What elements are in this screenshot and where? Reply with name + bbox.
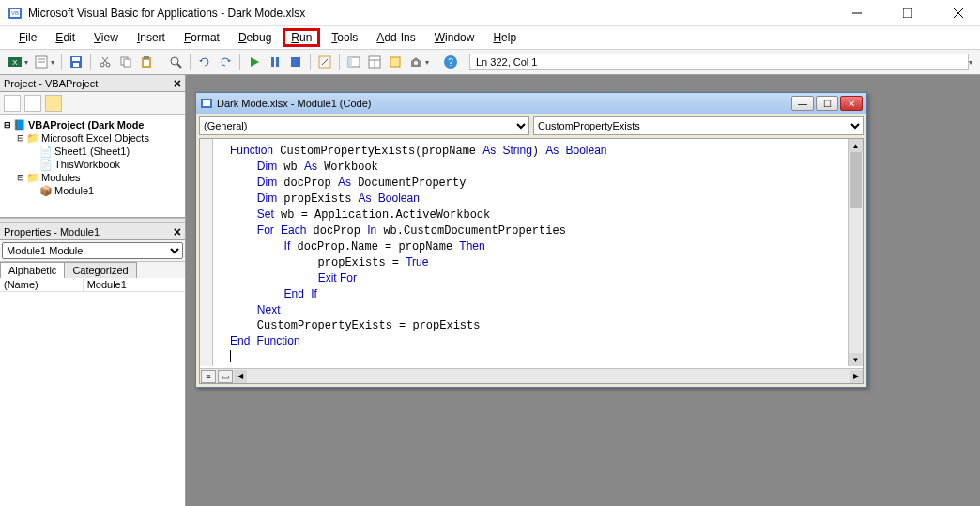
properties-object-selector: Module1 Module [0, 240, 185, 262]
view-object-icon[interactable] [24, 95, 41, 112]
svg-line-25 [177, 64, 181, 68]
svg-rect-22 [144, 56, 149, 59]
menu-insert[interactable]: Insert [130, 29, 173, 46]
svg-point-15 [100, 63, 104, 67]
menu-tools[interactable]: Tools [324, 29, 365, 46]
toolbar: X ▾ ▾ ▾ ? Ln 322, Col 1 ▾ [0, 49, 980, 75]
svg-text:?: ? [448, 57, 453, 68]
mdi-area: Dark Mode.xlsx - Module1 (Code) — ☐ ✕ (G… [186, 75, 980, 506]
scroll-left-icon[interactable]: ◀ [234, 370, 247, 383]
svg-rect-40 [203, 100, 210, 106]
vertical-scrollbar[interactable]: ▲ ▼ [848, 139, 863, 366]
menu-window[interactable]: Window [427, 29, 482, 46]
scroll-right-icon[interactable]: ▶ [850, 370, 863, 383]
code-maximize-button[interactable]: ☐ [816, 96, 838, 111]
workspace: Project - VBAProject × ⊟📘VBAProject (Dar… [0, 75, 980, 506]
dropdown-arrow-icon[interactable]: ▾ [425, 58, 429, 67]
code-window-titlebar[interactable]: Dark Mode.xlsx - Module1 (Code) — ☐ ✕ [196, 93, 866, 114]
dropdown-arrow-icon[interactable]: ▾ [51, 58, 54, 67]
sidebar: Project - VBAProject × ⊟📘VBAProject (Dar… [0, 75, 186, 506]
project-panel-title: Project - VBAProject [4, 78, 174, 89]
copy-icon[interactable] [116, 53, 135, 71]
undo-icon[interactable] [195, 53, 214, 71]
tree-label: VBAProject (Dark Mode [28, 119, 144, 130]
help-icon[interactable]: ? [441, 53, 460, 71]
window-title: Microsoft Visual Basic for Applications … [28, 7, 843, 20]
tree-sheet1[interactable]: 📄Sheet1 (Sheet1) [2, 145, 183, 158]
redo-icon[interactable] [216, 53, 235, 71]
close-button[interactable] [944, 4, 972, 23]
menu-format[interactable]: Format [176, 29, 227, 46]
pause-icon[interactable] [266, 53, 284, 71]
tree-label: Modules [41, 172, 81, 183]
object-browser-icon[interactable] [386, 53, 405, 71]
properties-grid: (Name) Module1 [0, 278, 185, 506]
property-name: (Name) [0, 278, 84, 291]
property-value[interactable]: Module1 [84, 278, 185, 291]
code-minimize-button[interactable]: — [791, 96, 814, 111]
excel-view-icon[interactable]: X [6, 53, 24, 71]
code-editor[interactable]: Function CustomPropertyExists(propName A… [200, 139, 863, 368]
svg-line-18 [102, 57, 107, 63]
find-icon[interactable] [166, 53, 185, 71]
project-panel-close-icon[interactable]: × [174, 76, 181, 91]
project-tree: ⊟📘VBAProject (Dark Mode ⊟📁Microsoft Exce… [0, 115, 185, 218]
menu-help[interactable]: Help [485, 29, 524, 46]
procedure-view-icon[interactable]: ≡ [201, 370, 216, 383]
tree-thisworkbook[interactable]: 📄ThisWorkbook [2, 158, 183, 171]
project-explorer-icon[interactable] [345, 53, 363, 71]
design-mode-icon[interactable] [315, 53, 334, 71]
scrollbar-thumb[interactable] [850, 152, 862, 208]
toggle-folders-icon[interactable] [45, 95, 62, 112]
maximize-button[interactable] [894, 4, 922, 23]
tree-modules[interactable]: ⊟📁Modules [2, 171, 183, 184]
procedure-combo[interactable]: CustomPropertyExists [533, 116, 864, 135]
object-combo[interactable]: (General) [199, 116, 529, 135]
minimize-button[interactable] [843, 4, 871, 23]
toolbox-icon[interactable] [406, 53, 425, 71]
menu-file[interactable]: File [11, 29, 44, 46]
cut-icon[interactable] [96, 53, 115, 71]
properties-panel-close-icon[interactable]: × [174, 224, 181, 239]
full-module-view-icon[interactable]: ▭ [218, 370, 233, 383]
run-icon[interactable] [245, 53, 264, 71]
menu-edit[interactable]: Edit [48, 29, 83, 46]
stop-icon[interactable] [286, 53, 305, 71]
scroll-up-icon[interactable]: ▲ [849, 139, 863, 152]
insert-module-icon[interactable] [32, 53, 51, 71]
tree-label: Module1 [54, 185, 94, 196]
menu-debug[interactable]: Debug [231, 29, 279, 46]
tree-excel-objects[interactable]: ⊟📁Microsoft Excel Objects [2, 131, 183, 145]
tab-alphabetic[interactable]: Alphabetic [0, 262, 65, 278]
svg-rect-14 [73, 63, 79, 67]
properties-object-select[interactable]: Module1 Module [2, 242, 183, 259]
cursor-position-status: Ln 322, Col 1 [469, 54, 969, 70]
project-toolbar [0, 92, 185, 115]
menu-add-ins[interactable]: Add-Ins [369, 29, 422, 46]
paste-icon[interactable] [137, 53, 156, 71]
svg-rect-20 [124, 59, 130, 67]
horizontal-scrollbar[interactable]: ≡ ▭ ◀ ▶ [200, 368, 863, 383]
code-window: Dark Mode.xlsx - Module1 (Code) — ☐ ✕ (G… [195, 92, 867, 388]
menu-view[interactable]: View [86, 29, 126, 46]
code-combos: (General) CustomPropertyExists [196, 114, 866, 138]
menu-run[interactable]: Run [283, 28, 320, 47]
tab-categorized[interactable]: Categorized [64, 262, 136, 278]
properties-window-icon[interactable] [365, 53, 384, 71]
window-controls [843, 4, 972, 23]
scrollbar-track[interactable] [247, 370, 835, 383]
tree-module1[interactable]: 📦Module1 [2, 184, 183, 197]
dropdown-arrow-icon[interactable]: ▾ [24, 58, 28, 67]
view-code-icon[interactable] [4, 95, 21, 112]
tree-project-root[interactable]: ⊟📘VBAProject (Dark Mode [2, 118, 183, 131]
tree-label: ThisWorkbook [54, 159, 120, 170]
svg-rect-23 [144, 60, 149, 66]
svg-rect-31 [348, 57, 352, 67]
property-row[interactable]: (Name) Module1 [0, 278, 185, 292]
svg-rect-4 [903, 8, 912, 18]
module-icon [200, 97, 213, 110]
dropdown-arrow-icon[interactable]: ▾ [969, 58, 972, 67]
scroll-down-icon[interactable]: ▼ [849, 353, 863, 366]
save-icon[interactable] [67, 53, 85, 71]
code-close-button[interactable]: ✕ [840, 96, 863, 111]
